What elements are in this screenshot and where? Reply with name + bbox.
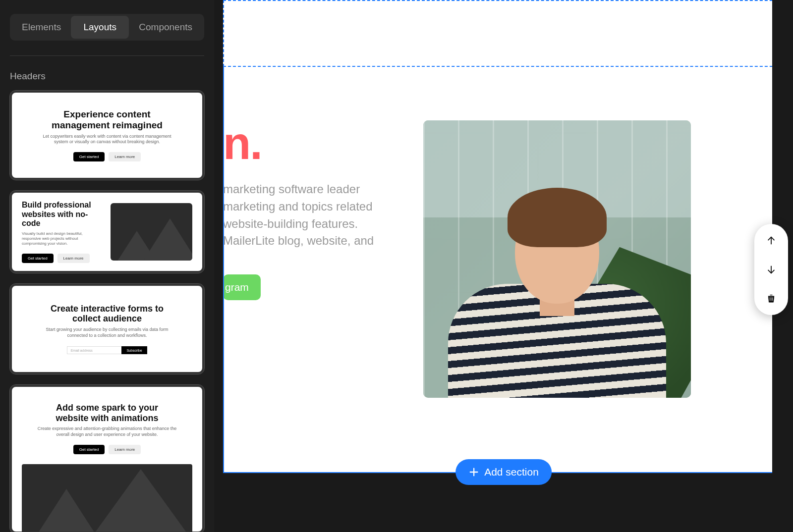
card-btn-primary: Get started [22,254,54,263]
hero-cta-button[interactable]: gram [223,274,261,300]
card-btn-secondary: Learn more [109,445,141,454]
hero-section[interactable]: n. marketing software leader marketing a… [223,67,793,473]
card-buttons: Get started Learn more [22,152,192,161]
editor-canvas[interactable]: About Work Blog n. marketing software le… [214,0,793,532]
card-subscribe-btn: Subscribe [121,346,147,354]
card-btn-secondary: Learn more [109,152,141,161]
card-desc: Let copywriters easily work with content… [22,134,192,145]
image-placeholder-icon [111,203,192,261]
card-buttons: Get started Learn more [22,445,192,454]
card-title: Experience content management reimagined [22,109,192,131]
layout-card-header-centered[interactable]: Experience content management reimagined… [10,91,204,180]
tab-components[interactable]: Components [129,16,202,39]
divider [10,55,204,56]
image-placeholder-icon [22,464,192,532]
hero-description[interactable]: marketing software leader marketing and … [223,181,372,250]
layouts-sidebar: Elements Layouts Components Headers Expe… [0,0,214,532]
page-frame[interactable]: About Work Blog n. marketing software le… [223,0,793,473]
card-desc: Start growing your audience by collectin… [22,327,192,338]
section-controls [754,224,788,315]
card-form: Email address Subscribe [22,346,192,354]
sidebar-tabs: Elements Layouts Components [10,14,204,41]
arrow-up-icon [766,235,777,246]
layout-card-header-image-right[interactable]: Build professional websites with no-code… [10,191,204,273]
card-title: Build professional websites with no-code [22,201,103,228]
card-btn-secondary: Learn more [57,254,90,263]
card-btn-primary: Get started [73,445,105,454]
tab-layouts[interactable]: Layouts [71,16,129,39]
move-up-button[interactable] [765,235,777,247]
hero-desc-line: marketing software leader [223,181,372,198]
hero-heading[interactable]: n. [223,120,793,166]
hero-desc-line: MailerLite blog, website, and [223,232,372,250]
move-down-button[interactable] [765,264,777,275]
card-btn-primary: Get started [73,152,105,161]
layout-card-header-form[interactable]: Create interactive forms to collect audi… [10,284,204,374]
card-title: Add some spark to your website with anim… [22,403,192,423]
card-email-input: Email address [67,346,121,354]
delete-button[interactable] [765,292,777,304]
card-title: Create interactive forms to collect audi… [22,304,192,324]
hero-desc-line: website-building features. [223,215,372,233]
add-section-label: Add section [484,466,539,478]
plus-icon [468,467,479,478]
tab-elements[interactable]: Elements [12,16,71,39]
hero-desc-line: marketing and topics related [223,198,372,215]
card-desc: Create expressive and attention-grabbing… [22,426,192,437]
card-desc: Visually build and design beautiful, res… [22,231,103,247]
add-section-button[interactable]: Add section [455,459,552,485]
card-buttons: Get started Learn more [22,254,103,263]
section-label-headers: Headers [10,71,204,82]
layout-card-header-animation[interactable]: Add some spark to your website with anim… [10,385,204,532]
trash-icon [766,293,776,304]
site-nav: About Work Blog [223,0,793,67]
arrow-down-icon [766,264,777,275]
